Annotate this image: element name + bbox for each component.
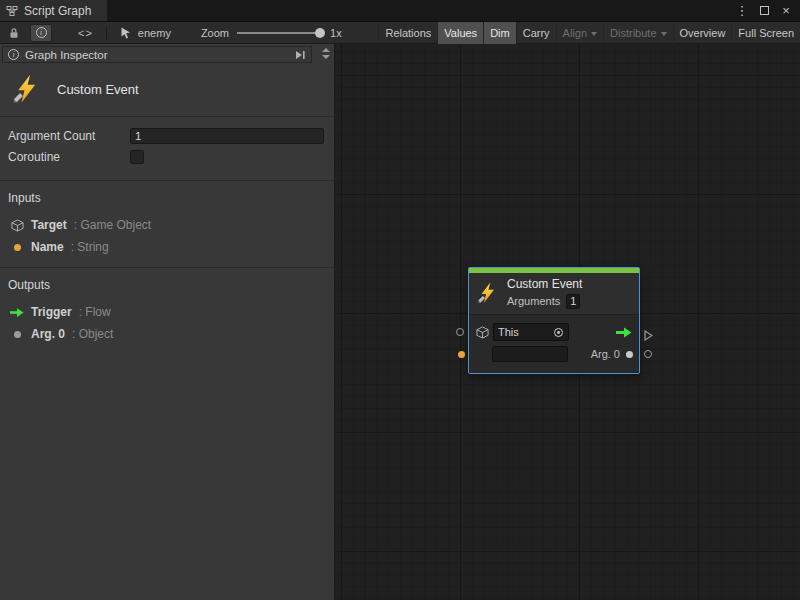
scroll-down-icon[interactable] <box>322 55 330 59</box>
cube-icon <box>10 219 24 232</box>
port-name: Name <box>31 240 64 254</box>
close-icon[interactable]: × <box>779 0 793 22</box>
arguments-value[interactable]: 1 <box>566 294 580 309</box>
inputs-section: Inputs Target : Game Object Name : Strin… <box>0 181 334 267</box>
object-port-icon <box>10 331 24 338</box>
port-type: : Game Object <box>74 218 151 232</box>
panel-scroll-arrows[interactable] <box>322 48 330 59</box>
argument-count-row: Argument Count <box>8 125 326 146</box>
node-body: This <box>469 314 639 373</box>
port-type: : Object <box>72 327 113 341</box>
maximize-icon[interactable] <box>757 0 771 22</box>
zoom-slider-track <box>237 32 321 34</box>
node-header: Custom Event Arguments 1 <box>469 273 639 314</box>
zoom-slider[interactable] <box>237 27 323 39</box>
unity-script-graph-window: Script Graph ⋮ × i <> enemy <box>0 0 800 600</box>
custom-event-node[interactable]: Custom Event Arguments 1 <box>468 267 640 374</box>
list-item: Trigger : Flow <box>8 301 326 323</box>
node-arguments-row: Arguments 1 <box>507 294 582 309</box>
arg0-port-dot[interactable] <box>626 351 633 358</box>
list-item: Target : Game Object <box>8 214 326 236</box>
port-type: : String <box>71 240 109 254</box>
info-icon: i <box>8 49 19 60</box>
carry-label: Carry <box>523 27 550 39</box>
values-label: Values <box>444 27 477 39</box>
arg0-row: Arg. 0 <box>475 343 633 365</box>
custom-event-icon <box>12 74 42 104</box>
list-item: Name : String <box>8 236 326 258</box>
dim-button[interactable]: Dim <box>483 22 516 44</box>
list-item: Arg. 0 : Object <box>8 323 326 345</box>
code-view-icon[interactable]: <> <box>78 27 93 39</box>
target-row: This <box>475 321 633 343</box>
align-label: Align <box>563 27 587 39</box>
distribute-button[interactable]: Distribute <box>603 22 672 44</box>
dock-panel-icon[interactable] <box>294 50 306 60</box>
name-input[interactable] <box>492 346 568 362</box>
port-name: Arg. 0 <box>31 327 65 341</box>
graph-inspector-header: i Graph Inspector <box>0 44 334 65</box>
port-name: Target <box>31 218 67 232</box>
node-title: Custom Event <box>507 277 582 292</box>
arg0-label: Arg. 0 <box>591 348 620 360</box>
toolbar-buttons: Relations Values Dim Carry Align Distrib… <box>378 22 800 44</box>
string-port-icon <box>10 244 24 251</box>
zoom-label: Zoom <box>201 27 229 39</box>
tab-script-graph[interactable]: Script Graph <box>0 0 107 21</box>
chevron-down-icon <box>591 32 597 36</box>
graph-inspector-titlebox[interactable]: i Graph Inspector <box>2 46 312 63</box>
align-button[interactable]: Align <box>556 22 603 44</box>
scroll-up-icon[interactable] <box>322 48 330 52</box>
coroutine-row: Coroutine <box>8 146 326 167</box>
maximize-box <box>760 6 769 15</box>
dim-label: Dim <box>490 27 510 39</box>
tab-label: Script Graph <box>24 4 91 18</box>
relations-label: Relations <box>385 27 431 39</box>
zoom-slider-knob[interactable] <box>315 28 325 38</box>
zoom-value: 1x <box>330 27 342 39</box>
argument-count-input[interactable] <box>130 128 324 144</box>
custom-event-icon <box>477 277 499 309</box>
port-name: Trigger <box>31 305 72 319</box>
outputs-section: Outputs Trigger : Flow Arg. 0 : Object <box>0 268 334 354</box>
relations-button[interactable]: Relations <box>378 22 437 44</box>
overview-label: Overview <box>680 27 726 39</box>
lock-icon[interactable] <box>8 27 20 39</box>
arguments-label: Arguments <box>507 294 560 309</box>
info-icon: i <box>36 27 47 38</box>
window-controls: ⋮ × <box>735 0 800 21</box>
cube-icon <box>475 326 489 339</box>
trigger-output-port[interactable] <box>644 327 653 345</box>
inputs-title: Inputs <box>8 189 326 214</box>
carry-button[interactable]: Carry <box>516 22 556 44</box>
toolbar-separator <box>106 26 107 40</box>
graph-toolbar: i <> enemy Zoom 1x Relations Values <box>0 22 800 44</box>
coroutine-checkbox[interactable] <box>130 150 144 164</box>
graph-name-label: enemy <box>138 27 171 39</box>
argument-count-label: Argument Count <box>8 129 130 143</box>
graph-canvas[interactable]: Custom Event Arguments 1 <box>335 44 800 600</box>
full-screen-button[interactable]: Full Screen <box>731 22 800 44</box>
arg0-output-port[interactable] <box>644 350 652 358</box>
inspector-toggle-button[interactable]: i <box>30 24 52 42</box>
outputs-title: Outputs <box>8 276 326 301</box>
menu-kebab-icon[interactable]: ⋮ <box>735 0 749 22</box>
chevron-down-icon <box>661 32 667 36</box>
name-input-port[interactable] <box>458 351 465 358</box>
graph-inspector-title: Graph Inspector <box>25 49 107 61</box>
graph-inspector-panel: i Graph Inspector <box>0 44 335 600</box>
target-value: This <box>498 326 549 338</box>
unit-title: Custom Event <box>57 82 139 97</box>
node-header-text: Custom Event Arguments 1 <box>507 277 582 309</box>
pointer-icon <box>120 27 132 39</box>
flow-arrow-icon <box>10 307 24 318</box>
target-input-port[interactable] <box>456 328 464 336</box>
port-type: : Flow <box>79 305 111 319</box>
target-picker-icon[interactable] <box>553 327 564 338</box>
graph-breadcrumb[interactable]: enemy <box>120 27 171 39</box>
values-button[interactable]: Values <box>437 22 483 44</box>
target-dropdown[interactable]: This <box>493 323 569 341</box>
titlebar: Script Graph ⋮ × <box>0 0 800 22</box>
distribute-label: Distribute <box>610 27 656 39</box>
overview-button[interactable]: Overview <box>673 22 732 44</box>
